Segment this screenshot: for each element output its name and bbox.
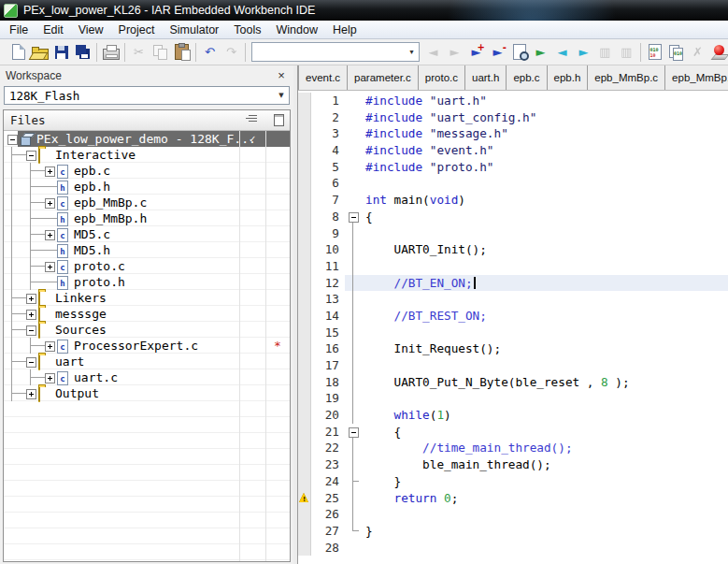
tab-proto.c[interactable]: proto.c: [419, 65, 465, 90]
gutter-margin: [298, 93, 311, 109]
tab-epb_MmBp.c[interactable]: epb_MmBp.c: [588, 65, 665, 90]
line-number: 16: [311, 340, 345, 357]
window-title: PEx_low_power_KL26 - IAR Embedded Workbe…: [23, 4, 315, 17]
fold-column: [345, 93, 362, 109]
fold-column: [345, 258, 362, 275]
gutter-margin: [298, 390, 311, 407]
expand-icon[interactable]: [45, 166, 55, 177]
expand-icon[interactable]: [26, 389, 36, 399]
tree-item-processorexpert-c[interactable]: ProcessorExpert.c*: [4, 338, 290, 354]
line-number: 3: [311, 125, 345, 142]
open-file-icon[interactable]: [29, 42, 50, 63]
tab-event.c[interactable]: event.c: [298, 65, 348, 90]
expand-icon[interactable]: [45, 373, 55, 383]
tree-item-output[interactable]: Output: [4, 385, 290, 401]
tree-item-proto-c[interactable]: proto.c: [4, 258, 290, 274]
tab-epb_MmBp.h[interactable]: epb_MmBp.h: [665, 65, 728, 90]
tree-item-messsge[interactable]: messsge: [4, 306, 290, 322]
expand-icon[interactable]: [45, 198, 55, 209]
tab-epb.h[interactable]: epb.h: [548, 65, 589, 90]
close-icon[interactable]: ×: [275, 69, 288, 82]
code-line-4: 4#include "event.h": [298, 142, 728, 159]
tree-item-label: epb_MmBp.h: [74, 211, 147, 225]
gutter-margin: [298, 291, 311, 308]
tree-item-epb-h[interactable]: epb.h: [4, 179, 290, 195]
tree-item-epb-mmbp-h[interactable]: epb_MmBp.h: [4, 210, 290, 226]
tab-parameter.c[interactable]: parameter.c: [348, 65, 419, 90]
save-all-icon[interactable]: [72, 42, 93, 63]
navigate-backward-icon[interactable]: ◄: [551, 42, 573, 63]
tab-epb.c[interactable]: epb.c: [507, 65, 547, 90]
tree-item-md5-h[interactable]: MD5.h: [4, 242, 290, 258]
menu-view[interactable]: View: [71, 22, 111, 37]
clear-bookmark-icon[interactable]: ►-: [487, 42, 508, 63]
code-text: }: [362, 473, 728, 490]
menu-tools[interactable]: Tools: [226, 22, 268, 37]
build-config-select[interactable]: 128K_Flash ▼: [4, 86, 290, 105]
go-to-icon[interactable]: ►: [530, 42, 551, 63]
new-document-icon[interactable]: [7, 42, 29, 63]
line-number: 12: [311, 275, 345, 292]
code-text: #include "uart_config.h": [362, 109, 728, 126]
tree-item-epb-mmbp-c[interactable]: epb_MmBp.c: [4, 195, 290, 210]
tree-item-pex-low-power-demo-128k-f-[interactable]: PEx_low_power_demo - 128K_F...✓: [4, 131, 290, 147]
collapse-icon[interactable]: [26, 357, 36, 368]
file-status-column-icon[interactable]: [266, 114, 291, 126]
make-icon[interactable]: [665, 42, 687, 63]
tab-uart.h[interactable]: uart.h: [465, 65, 507, 90]
expand-icon[interactable]: [26, 294, 36, 304]
fold-column: [345, 142, 362, 159]
line-number: 24: [311, 473, 345, 490]
line-number: 1: [311, 93, 345, 109]
compile-icon[interactable]: [644, 42, 665, 63]
find-in-files-icon[interactable]: [508, 42, 530, 63]
fold-collapse-icon[interactable]: [345, 424, 362, 441]
debug-icon[interactable]: [708, 42, 728, 63]
paste-icon[interactable]: [171, 42, 193, 63]
fold-column: [345, 374, 362, 391]
fold-column: [345, 390, 362, 407]
fold-column: [345, 473, 362, 490]
menu-file[interactable]: File: [2, 22, 36, 37]
chevron-down-icon[interactable]: ▼: [405, 49, 419, 55]
undo-icon[interactable]: ↶: [199, 42, 221, 63]
expand-icon[interactable]: [45, 262, 55, 272]
tree-item-sources[interactable]: Sources: [4, 322, 290, 338]
tree-item-proto-h[interactable]: proto.h: [4, 274, 290, 290]
expand-icon[interactable]: [45, 230, 55, 240]
fold-collapse-icon[interactable]: [345, 209, 362, 225]
menu-help[interactable]: Help: [325, 22, 364, 37]
tree-item-uart[interactable]: uart: [4, 354, 290, 369]
menu-simulator[interactable]: Simulator: [162, 22, 226, 37]
tree-item-uart-c[interactable]: uart.c: [4, 369, 290, 385]
title-bar[interactable]: PEx_low_power_KL26 - IAR Embedded Workbe…: [0, 0, 728, 21]
find-combo[interactable]: ▼: [251, 42, 420, 62]
collapse-icon[interactable]: [26, 151, 36, 161]
cut-icon: ✂: [128, 42, 150, 63]
menu-window[interactable]: Window: [268, 22, 324, 37]
gutter-margin: [298, 325, 311, 341]
navigate-forward-icon[interactable]: ►: [573, 42, 594, 63]
collapse-icon[interactable]: [7, 135, 18, 145]
stop-build-icon: ✗: [687, 42, 708, 63]
files-pane: Files PEx_low_power_demo - 128K_F...✓Int…: [3, 109, 291, 562]
h-file-icon: [57, 181, 68, 195]
tree-item-label: Interactive: [55, 148, 136, 162]
menu-project[interactable]: Project: [111, 22, 163, 37]
expand-icon[interactable]: [45, 341, 55, 352]
file-options-icon[interactable]: [239, 115, 265, 116]
print-icon[interactable]: [100, 42, 121, 63]
code-editor[interactable]: 1#include "uart.h"2#include "uart_config…: [298, 91, 728, 564]
tree-item-linkers[interactable]: Linkers: [4, 290, 290, 306]
tree-item-epb-c[interactable]: epb.c: [4, 163, 290, 179]
tree-item-interactive[interactable]: Interactive: [4, 147, 290, 163]
gutter-margin: [298, 374, 311, 391]
expand-icon[interactable]: [26, 310, 36, 320]
code-text: UART0_Put_N_Byte(ble_reset , 8 );: [362, 374, 728, 391]
toggle-bookmark-icon[interactable]: ►+: [465, 42, 487, 63]
tree-item-md5-c[interactable]: MD5.c: [4, 226, 290, 242]
menu-edit[interactable]: Edit: [36, 22, 71, 37]
collapse-icon[interactable]: [26, 325, 36, 336]
line-number: 17: [311, 357, 345, 374]
save-icon[interactable]: [50, 42, 72, 63]
